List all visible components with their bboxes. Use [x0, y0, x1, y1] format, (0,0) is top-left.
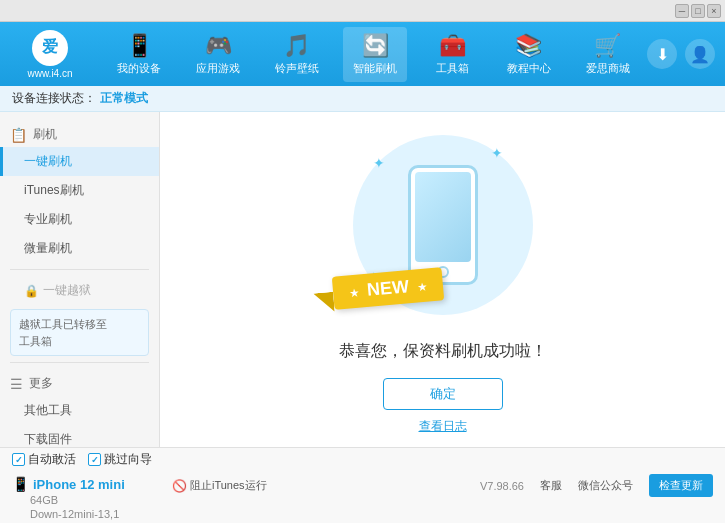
checkbox-row: 自动敢活 跳过向导	[12, 451, 172, 468]
user-button[interactable]: 👤	[685, 39, 715, 69]
nav-smart-flash-label: 智能刷机	[353, 61, 397, 76]
nav-my-device[interactable]: 📱 我的设备	[107, 27, 171, 82]
bottom-left: 自动敢活 跳过向导 📱 iPhone 12 mini 64GB Down-12m…	[12, 451, 172, 520]
content-area: 📋 刷机 一键刷机 iTunes刷机 专业刷机 微量刷机 🔒 一键越狱	[0, 112, 725, 447]
window-controls[interactable]: ─ □ ×	[675, 4, 721, 18]
check-update-button[interactable]: 检查更新	[649, 474, 713, 497]
phone-illustration: ✦ ✦ ✦ NEW	[343, 125, 543, 325]
auto-start-checkbox[interactable]	[12, 453, 25, 466]
lock-icon: 🔒	[24, 284, 39, 298]
device-storage: 64GB	[30, 494, 172, 506]
itunes-status-text: 阻止iTunes运行	[190, 478, 267, 493]
maximize-button[interactable]: □	[691, 4, 705, 18]
nav-ringtone[interactable]: 🎵 铃声壁纸	[265, 27, 329, 82]
toolbox-icon: 🧰	[439, 33, 466, 59]
nav-bar: 📱 我的设备 🎮 应用游戏 🎵 铃声壁纸 🔄 智能刷机 🧰 工具箱 📚	[100, 27, 647, 82]
sidebar-item-one-click-flash[interactable]: 一键刷机	[0, 147, 159, 176]
ringtone-icon: 🎵	[283, 33, 310, 59]
logo-url: www.i4.cn	[27, 68, 72, 79]
device-name-row: 📱 iPhone 12 mini	[12, 476, 172, 492]
minimize-button[interactable]: ─	[675, 4, 689, 18]
header-right: ⬇ 👤	[647, 39, 715, 69]
itunes-notice: 🚫 阻止iTunes运行	[172, 478, 480, 493]
nav-toolbox[interactable]: 🧰 工具箱	[422, 27, 482, 82]
smart-flash-icon: 🔄	[362, 33, 389, 59]
download-button[interactable]: ⬇	[647, 39, 677, 69]
skip-wizard-label: 跳过向导	[104, 451, 152, 468]
sidebar: 📋 刷机 一键刷机 iTunes刷机 专业刷机 微量刷机 🔒 一键越狱	[0, 112, 160, 447]
status-bar: 设备连接状态： 正常模式	[0, 86, 725, 112]
title-bar: ─ □ ×	[0, 0, 725, 22]
apps-games-icon: 🎮	[205, 33, 232, 59]
nav-toolbox-label: 工具箱	[436, 61, 469, 76]
skip-wizard-checkbox-item[interactable]: 跳过向导	[88, 451, 152, 468]
logo-icon: 爱	[32, 30, 68, 66]
phone-screen	[415, 172, 471, 262]
sparkle-1: ✦	[373, 155, 385, 171]
nav-mall[interactable]: 🛒 爱思商城	[576, 27, 640, 82]
skip-wizard-checkbox[interactable]	[88, 453, 101, 466]
version-text: V7.98.66	[480, 480, 524, 492]
bottom-bar: 自动敢活 跳过向导 📱 iPhone 12 mini 64GB Down-12m…	[0, 447, 725, 523]
flash-section-icon: 📋	[10, 127, 27, 143]
new-badge: NEW	[331, 267, 443, 309]
app-window: 爱 www.i4.cn 📱 我的设备 🎮 应用游戏 🎵 铃声壁纸 🔄 智能刷机	[0, 22, 725, 523]
auto-start-checkbox-item[interactable]: 自动敢活	[12, 451, 76, 468]
wechat-link[interactable]: 微信公众号	[578, 478, 633, 493]
device-name: iPhone 12 mini	[33, 477, 125, 492]
learn-more-link[interactable]: 查看日志	[419, 418, 467, 435]
stop-icon: 🚫	[172, 479, 187, 493]
header: 爱 www.i4.cn 📱 我的设备 🎮 应用游戏 🎵 铃声壁纸 🔄 智能刷机	[0, 22, 725, 86]
tutorial-icon: 📚	[515, 33, 542, 59]
status-value: 正常模式	[100, 90, 148, 107]
nav-mall-label: 爱思商城	[586, 61, 630, 76]
nav-tutorial[interactable]: 📚 教程中心	[497, 27, 561, 82]
customer-service-link[interactable]: 客服	[540, 478, 562, 493]
bottom-center: 🚫 阻止iTunes运行	[172, 478, 480, 493]
nav-apps-games-label: 应用游戏	[196, 61, 240, 76]
device-info: 📱 iPhone 12 mini 64GB Down-12mini-13,1	[12, 472, 172, 520]
nav-my-device-label: 我的设备	[117, 61, 161, 76]
sidebar-jailbreak-notice: 越狱工具已转移至工具箱	[10, 309, 149, 356]
success-message: 恭喜您，保资料刷机成功啦！	[339, 341, 547, 362]
more-section-icon: ☰	[10, 376, 23, 392]
sidebar-item-itunes-flash[interactable]: iTunes刷机	[0, 176, 159, 205]
more-section-label: 更多	[29, 375, 53, 392]
phone-device	[408, 165, 478, 285]
sidebar-divider-1	[10, 269, 149, 270]
logo[interactable]: 爱 www.i4.cn	[10, 30, 90, 79]
flash-section-label: 刷机	[33, 126, 57, 143]
sidebar-item-download-firmware[interactable]: 下载固件	[0, 425, 159, 447]
sidebar-more-header: ☰ 更多	[0, 369, 159, 396]
my-device-icon: 📱	[126, 33, 153, 59]
bottom-right: V7.98.66 客服 微信公众号 检查更新	[480, 474, 713, 497]
close-button[interactable]: ×	[707, 4, 721, 18]
nav-apps-games[interactable]: 🎮 应用游戏	[186, 27, 250, 82]
nav-smart-flash[interactable]: 🔄 智能刷机	[343, 27, 407, 82]
auto-start-label: 自动敢活	[28, 451, 76, 468]
main-content: ✦ ✦ ✦ NEW 恭喜您，保资料刷机成功啦！ 确定 查看日志	[160, 112, 725, 447]
device-firmware: Down-12mini-13,1	[30, 508, 172, 520]
phone-circle: ✦ ✦ ✦ NEW	[353, 135, 533, 315]
nav-tutorial-label: 教程中心	[507, 61, 551, 76]
sidebar-item-pro-flash[interactable]: 专业刷机	[0, 205, 159, 234]
nav-ringtone-label: 铃声壁纸	[275, 61, 319, 76]
status-prefix: 设备连接状态：	[12, 90, 96, 107]
sidebar-item-micro-flash[interactable]: 微量刷机	[0, 234, 159, 263]
sidebar-divider-2	[10, 362, 149, 363]
sidebar-jailbreak-locked: 🔒 一键越狱	[0, 276, 159, 305]
confirm-button[interactable]: 确定	[383, 378, 503, 410]
new-ribbon	[313, 291, 335, 313]
sidebar-item-other-tools[interactable]: 其他工具	[0, 396, 159, 425]
mall-icon: 🛒	[594, 33, 621, 59]
sparkle-2: ✦	[491, 145, 503, 161]
device-phone-icon: 📱	[12, 476, 29, 492]
sidebar-flash-header: 📋 刷机	[0, 120, 159, 147]
